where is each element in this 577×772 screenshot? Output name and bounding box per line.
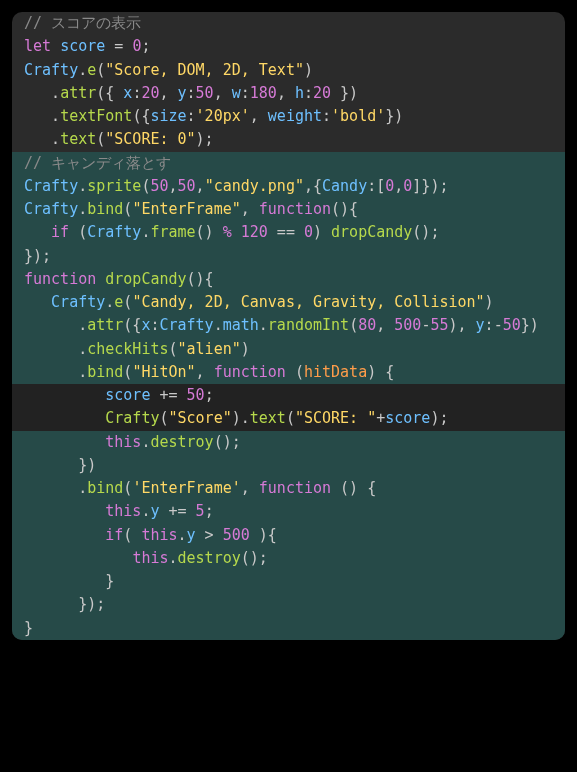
code-line-highlighted: Crafty.bind("EnterFrame", function(){ (12, 198, 565, 221)
code-line: Crafty.e("Score, DOM, 2D, Text") (12, 59, 565, 82)
code-line-highlighted: if (Crafty.frame() % 120 == 0) dropCandy… (12, 221, 565, 244)
code-line-highlighted: this.y += 5; (12, 500, 565, 523)
code-line-highlighted: } (12, 617, 565, 640)
code-line-highlighted-dark: score += 50; (12, 384, 565, 407)
code-line-highlighted: // キャンディ落とす (12, 152, 565, 175)
code-line: .attr({ x:20, y:50, w:180, h:20 }) (12, 82, 565, 105)
code-line-highlighted: this.destroy(); (12, 547, 565, 570)
code-line-highlighted: function dropCandy(){ (12, 268, 565, 291)
code-line-highlighted: }); (12, 245, 565, 268)
code-editor[interactable]: // スコアの表示 let score = 0; Crafty.e("Score… (12, 12, 565, 640)
keyword-let: let (24, 37, 51, 55)
comment: // スコアの表示 (24, 14, 141, 32)
code-line-highlighted-dark: Crafty("Score").text("SCORE: "+score); (12, 407, 565, 430)
code-line-highlighted: Crafty.sprite(50,50,"candy.png",{Candy:[… (12, 175, 565, 198)
code-line-highlighted: this.destroy(); (12, 431, 565, 454)
code-line-highlighted: Crafty.e("Candy, 2D, Canvas, Gravity, Co… (12, 291, 565, 314)
code-line: .text("SCORE: 0"); (12, 128, 565, 151)
code-line-highlighted: } (12, 570, 565, 593)
code-line-highlighted: .bind("HitOn", function (hitData) { (12, 361, 565, 384)
var-score: score (60, 37, 105, 55)
code-line: let score = 0; (12, 35, 565, 58)
code-line-highlighted: .attr({x:Crafty.math.randomInt(80, 500-5… (12, 314, 565, 337)
code-line-highlighted: }); (12, 593, 565, 616)
code-line: .textFont({size:'20px', weight:'bold'}) (12, 105, 565, 128)
code-line-highlighted: }) (12, 454, 565, 477)
code-line-highlighted: if( this.y > 500 ){ (12, 524, 565, 547)
code-line-highlighted: .checkHits("alien") (12, 338, 565, 361)
code-line: // スコアの表示 (12, 12, 565, 35)
code-line-highlighted: .bind('EnterFrame', function () { (12, 477, 565, 500)
